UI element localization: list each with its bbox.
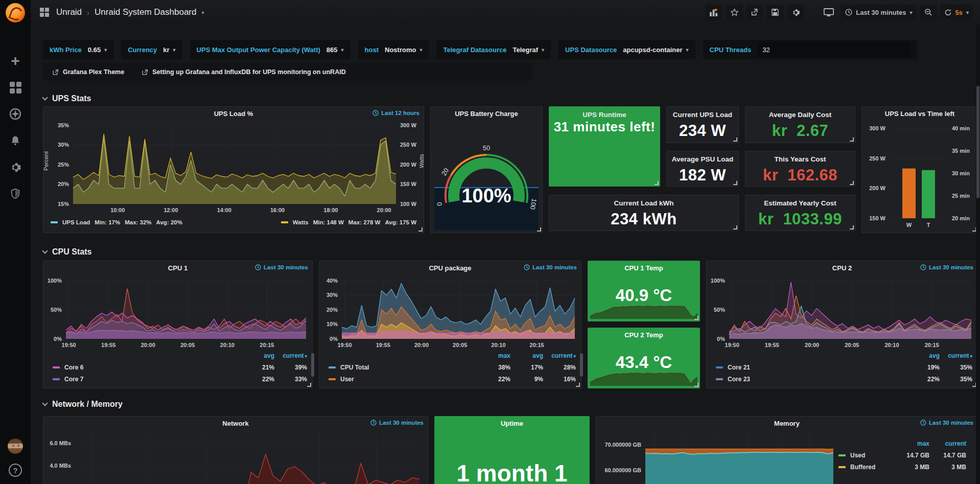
cpu-package-chart[interactable]: 19:5019:5520:0020:0520:1020:150%10%20%30…: [319, 274, 581, 349]
dashboard-settings-button[interactable]: [787, 5, 804, 20]
legend-swatch[interactable]: [51, 221, 58, 223]
legend-swatch[interactable]: [329, 378, 336, 380]
alerting-bell-icon[interactable]: [9, 134, 22, 147]
ups-load-vs-time-chart[interactable]: 150 W200 W250 W300 W20 min25 min30 min35…: [862, 120, 977, 229]
panel-title[interactable]: Memory: [774, 420, 800, 427]
network-chart[interactable]: 2.0 MBs4.0 MBs6.0 MBs: [43, 430, 428, 484]
legend-series-name[interactable]: User: [340, 376, 478, 383]
server-admin-shield-icon[interactable]: [9, 187, 22, 200]
share-dashboard-button[interactable]: [746, 5, 763, 20]
legend-col-current[interactable]: current: [929, 440, 966, 447]
refresh-button[interactable]: 5s ▾: [940, 5, 973, 20]
legend-series-name[interactable]: CPU Total: [340, 364, 478, 371]
legend-col-current[interactable]: current: [940, 352, 972, 359]
legend-series-name[interactable]: Watts: [293, 219, 309, 225]
save-dashboard-button[interactable]: [766, 5, 784, 20]
panel-time-override[interactable]: Last 12 hours: [372, 110, 419, 116]
create-icon[interactable]: +: [9, 54, 22, 67]
zoom-out-time-button[interactable]: [920, 5, 937, 20]
legend-swatch[interactable]: [53, 378, 60, 380]
panel-title[interactable]: Estimated Yearly Cost: [745, 195, 855, 207]
panel-title[interactable]: UPS Runtime: [549, 107, 660, 119]
cycle-view-mode-button[interactable]: [820, 5, 838, 20]
panel-title[interactable]: Current UPS Load: [667, 107, 738, 119]
panel-title[interactable]: Current Load kWh: [549, 195, 738, 207]
panel-title[interactable]: CPU 2 Temp: [624, 331, 663, 339]
external-link-icon: [52, 69, 59, 76]
legend-col-avg[interactable]: avg: [510, 352, 543, 359]
dashboards-icon[interactable]: [9, 81, 22, 94]
breadcrumb-folder[interactable]: Unraid: [56, 7, 82, 17]
legend-scrollbar[interactable]: [311, 353, 314, 377]
panel-title[interactable]: Average Daily Cost: [745, 107, 855, 119]
grafana-logo-icon[interactable]: [6, 3, 25, 22]
legend-series-name[interactable]: Core 6: [64, 364, 242, 371]
panel-time-override[interactable]: Last 30 minutes: [255, 264, 308, 270]
legend-col-current[interactable]: current: [274, 352, 307, 359]
cpu1-chart[interactable]: 19:5019:5520:0020:0520:1020:150%50%100%: [43, 274, 312, 349]
cpu2-chart[interactable]: 19:5019:5520:0020:0520:1020:150%50%100%: [707, 274, 977, 349]
variable-value-dropdown[interactable]: Nostromo▾: [385, 46, 422, 54]
variable-value-dropdown[interactable]: 0.65▾: [88, 46, 107, 54]
legend-col-current[interactable]: current: [543, 352, 576, 359]
configuration-gear-icon[interactable]: [9, 160, 22, 174]
dashboard-dropdown-caret-icon[interactable]: ▾: [201, 10, 204, 15]
breadcrumb-dashboard-title[interactable]: Unraid System Dashboard: [95, 7, 196, 17]
time-range-picker[interactable]: Last 30 minutes ▾: [841, 5, 916, 20]
variable-value-dropdown[interactable]: Telegraf▾: [512, 46, 544, 54]
legend-series-name[interactable]: Core 21: [728, 364, 907, 371]
user-avatar[interactable]: [7, 438, 24, 454]
legend-col-max[interactable]: max: [893, 440, 929, 447]
battery-gauge[interactable]: 02050100100%: [431, 120, 542, 232]
legend-series-name[interactable]: UPS Load: [62, 219, 90, 225]
panel-time-override[interactable]: Last 30 minutes: [920, 264, 973, 270]
variable-value-dropdown[interactable]: 865▾: [326, 46, 344, 54]
panel-title[interactable]: Uptime: [501, 420, 523, 427]
panel-title[interactable]: Average PSU Load: [667, 151, 738, 163]
section-cpu-stats[interactable]: CPU Stats: [43, 247, 91, 257]
memory-chart[interactable]: 50.000000 GB60.000000 GB70.000000 GB: [596, 430, 836, 484]
legend-swatch[interactable]: [716, 378, 723, 380]
panel-time-override[interactable]: Last 30 minutes: [524, 264, 577, 270]
panel-title[interactable]: UPS Battery Charge: [455, 110, 518, 118]
explore-compass-icon[interactable]: [9, 107, 22, 121]
legend-col-max[interactable]: max: [478, 352, 510, 359]
panel-time-override[interactable]: Last 30 minutes: [370, 420, 424, 426]
legend-series-name[interactable]: Core 7: [64, 376, 242, 383]
legend-swatch[interactable]: [838, 466, 846, 468]
panel-title[interactable]: UPS Load %: [214, 110, 253, 118]
legend-swatch[interactable]: [838, 454, 846, 456]
cpu-threads-input[interactable]: [757, 42, 911, 57]
legend-col-avg[interactable]: avg: [242, 352, 274, 359]
add-panel-button[interactable]: [705, 5, 722, 20]
link-ups-monitoring-guide[interactable]: Setting up Grafana and InfluxDB for UPS …: [142, 68, 345, 76]
panel-title[interactable]: CPU 2: [832, 264, 852, 272]
panel-title[interactable]: CPU 1: [168, 264, 188, 272]
legend-series-name[interactable]: Used: [850, 452, 893, 459]
variable-value-dropdown[interactable]: apcupsd-container▾: [623, 46, 688, 54]
link-grafana-plex-theme[interactable]: Grafana Plex Theme: [52, 68, 124, 76]
legend-swatch[interactable]: [281, 221, 288, 223]
legend-swatch[interactable]: [716, 366, 723, 368]
ups-load-chart[interactable]: 10:0012:0014:0016:0018:0020:0015%20%25%3…: [43, 120, 424, 216]
section-ups-stats[interactable]: UPS Stats: [43, 94, 91, 103]
panel-title[interactable]: CPU package: [429, 264, 471, 272]
help-icon[interactable]: ?: [9, 464, 22, 477]
section-network-memory[interactable]: Network / Memory: [43, 400, 123, 409]
legend-scrollbar[interactable]: [580, 353, 583, 377]
legend-series-name[interactable]: Buffered: [850, 464, 893, 471]
legend-swatch[interactable]: [329, 366, 336, 368]
star-dashboard-button[interactable]: [726, 5, 743, 20]
legend-swatch[interactable]: [53, 366, 60, 368]
panel-title[interactable]: Network: [222, 420, 248, 427]
svg-text:20:05: 20:05: [180, 342, 195, 348]
dashboard-grid-icon[interactable]: [40, 8, 49, 17]
panel-title[interactable]: This Years Cost: [745, 151, 855, 163]
legend-col-avg[interactable]: avg: [907, 352, 940, 359]
variable-value-dropdown[interactable]: kr▾: [163, 46, 175, 54]
panel-title[interactable]: UPS Load vs Time left: [885, 110, 954, 118]
panel-time-override[interactable]: Last 30 minutes: [920, 420, 973, 426]
scrollbar-thumb[interactable]: [976, 86, 979, 198]
legend-series-name[interactable]: Core 23: [728, 376, 907, 383]
panel-title[interactable]: CPU 1 Temp: [624, 264, 663, 272]
